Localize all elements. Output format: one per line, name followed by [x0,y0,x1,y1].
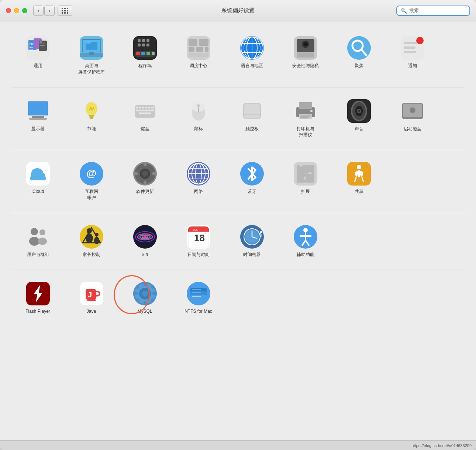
svg-rect-31 [199,39,208,46]
network-icon [187,162,210,186]
svg-rect-56 [404,51,416,53]
pref-item-ntfs[interactable]: NTFS for Mac [172,278,225,318]
pref-item-desktop[interactable]: 桌面与屏幕保护程序 [65,32,118,79]
printer-label: 打印机与扫描仪 [297,126,314,138]
pref-item-users[interactable]: 用户与群组 [11,221,65,262]
pref-item-mission[interactable]: 调度中心 [172,32,225,79]
users-icon [26,225,50,249]
divider-3 [11,213,465,213]
mouse-icon [187,99,210,123]
mouse-label: 鼠标 [194,126,203,132]
svg-text:File: File [30,43,34,45]
display-icon [26,99,50,123]
svg-rect-74 [151,107,154,108]
svg-rect-21 [146,52,150,55]
parental-label: 家长控制 [83,252,100,258]
pref-item-extensions[interactable]: 扩展 [279,158,332,205]
statusbar: https://blog.csdn.net/u014636209 [0,440,476,450]
pref-item-mouse[interactable]: 鼠标 [172,96,225,142]
svg-text:@: @ [86,167,96,179]
accessibility-icon [294,225,317,249]
grid-view-button[interactable] [58,6,72,16]
search-box[interactable]: 🔍 [396,6,470,16]
svg-rect-20 [141,52,145,55]
system-items-grid: 用户与群组 ! [11,218,465,265]
pref-item-icloud[interactable]: iCloud [11,158,65,205]
pref-item-security[interactable]: 安全性与隐私 [279,32,332,79]
nav-buttons: ‹ › [33,6,55,16]
svg-rect-75 [136,110,139,111]
pref-item-internet[interactable]: @ 互联网帐户 [65,158,118,205]
svg-rect-32 [189,47,194,52]
svg-text:!: ! [90,235,92,242]
pref-item-notification[interactable]: 通知 [386,32,439,79]
pref-item-sound[interactable]: 声音 [332,96,386,142]
pref-item-software[interactable]: 软件更新 [118,158,172,205]
pref-item-flash[interactable]: Flash Player [11,278,65,318]
pref-item-startup[interactable]: 启动磁盘 [386,96,439,142]
minimize-button[interactable] [14,8,19,13]
svg-rect-189 [144,301,146,305]
timemachine-label: 时间机器 [243,252,261,258]
pref-item-mysql[interactable]: MySQL [118,278,172,318]
svg-rect-58 [28,102,48,115]
svg-rect-119 [134,172,138,175]
flash-icon [26,282,50,305]
grid-icon [62,8,69,14]
svg-rect-34 [205,47,208,52]
search-input[interactable] [409,8,466,13]
svg-point-145 [39,229,45,235]
pref-item-general[interactable]: File New One 通用 [11,32,65,79]
svg-rect-19 [136,52,140,55]
svg-rect-26 [138,44,141,46]
svg-rect-55 [404,46,415,49]
svg-rect-14 [86,41,91,44]
svg-rect-22 [152,52,155,55]
svg-rect-70 [139,107,141,108]
pref-item-energy[interactable]: 节能 [65,96,118,142]
window-title: 系统偏好设置 [221,7,255,14]
pref-item-trackpad[interactable]: 触控板 [225,96,279,142]
pref-item-spotlight[interactable]: 聚焦 [332,32,386,79]
icloud-label: iCloud [31,188,44,195]
statusbar-url: https://blog.csdn.net/u014636209 [411,443,472,448]
pref-item-keyboard[interactable]: 键盘 [118,96,172,142]
svg-rect-80 [151,110,154,111]
svg-rect-106 [404,118,421,118]
svg-rect-92 [300,115,311,117]
svg-rect-60 [29,118,47,120]
svg-point-197 [142,291,148,297]
pref-item-accessibility[interactable]: 辅助功能 [279,221,332,262]
pref-item-network[interactable]: 网络 [172,158,225,205]
software-label: 软件更新 [136,188,154,195]
svg-rect-16 [89,52,94,55]
sharing-label: 共享 [355,188,363,195]
svg-rect-188 [144,283,146,286]
bluetooth-label: 蓝牙 [248,188,256,195]
svg-rect-184 [87,300,96,301]
other-items-grid: Flash Player J [11,274,465,322]
pref-item-parental[interactable]: ! 家长控制 [65,221,118,262]
datetime-icon: JUL 18 12 [187,225,210,249]
svg-rect-64 [90,118,93,119]
svg-point-85 [197,104,200,108]
notification-icon [401,36,424,60]
pref-item-language[interactable]: 语言与地区 [225,32,279,79]
keyboard-label: 键盘 [141,126,149,132]
pref-item-sharing[interactable]: 共享 [332,158,386,205]
pref-item-printer[interactable]: 打印机与扫描仪 [279,96,332,142]
svg-rect-118 [144,181,146,185]
maximize-button[interactable] [22,8,27,13]
energy-label: 节能 [87,126,96,132]
forward-button[interactable]: › [44,6,55,16]
pref-item-datetime[interactable]: JUL 18 12 日期与时间 [172,221,225,262]
pref-item-timemachine[interactable]: 时间机器 [225,221,279,262]
pref-item-display[interactable]: 显示器 [11,96,65,142]
close-button[interactable] [6,8,11,13]
pref-item-siri[interactable]: Siri [118,221,172,262]
pref-item-dock[interactable]: 程序坞 [118,32,172,79]
pref-item-bluetooth[interactable]: 蓝牙 [225,158,279,205]
mysql-icon [133,282,157,305]
pref-item-java[interactable]: J Java [65,278,118,318]
back-button[interactable]: ‹ [33,6,44,16]
